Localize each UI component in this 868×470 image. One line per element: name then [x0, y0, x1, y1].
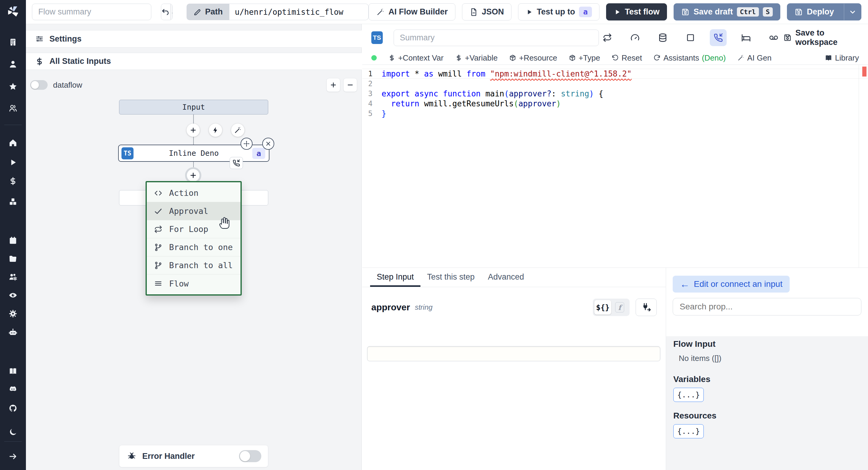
- sidebar-item-arrow-right-icon[interactable]: [0, 450, 26, 463]
- sidebar-item-book-icon[interactable]: [0, 365, 26, 378]
- sidebar-item-home-icon[interactable]: [0, 136, 26, 150]
- sidebar-item-users-cog-icon[interactable]: [0, 270, 26, 283]
- variables-object-chip[interactable]: {...}: [673, 388, 704, 402]
- sidebar-item-dollar-icon[interactable]: [0, 175, 26, 188]
- dataflow-label: dataflow: [53, 81, 82, 90]
- editor-header: TS Save to workspace: [362, 24, 868, 51]
- toolbar-assistants-button[interactable]: Assistants(Deno): [653, 53, 726, 63]
- sidebar-item-discord-icon[interactable]: [0, 383, 26, 396]
- save-draft-label: Save draft: [693, 7, 733, 17]
- save-draft-button[interactable]: Save draft Ctrl S: [674, 3, 780, 21]
- line-number: 4: [362, 99, 381, 108]
- toolbar--resource-button[interactable]: +Resource: [509, 53, 557, 63]
- tab-step-input[interactable]: Step Input: [370, 268, 421, 287]
- all-static-inputs-row[interactable]: All Static Inputs: [26, 53, 362, 70]
- edit-or-connect-button[interactable]: ← Edit or connect an input: [673, 276, 789, 292]
- menu-item-branch-to-all[interactable]: Branch to all: [147, 256, 241, 275]
- menu-item-approval[interactable]: Approval: [147, 202, 241, 220]
- redo-button[interactable]: [170, 4, 173, 20]
- connect-input-button[interactable]: [636, 299, 657, 316]
- code-text: export async function main(approver?: st…: [381, 89, 603, 98]
- ai-suggest-button[interactable]: [231, 124, 244, 137]
- deploy-more-button[interactable]: [844, 4, 861, 20]
- code-line-2: 2: [362, 79, 868, 89]
- step-editor-panel: TS Save to workspace +Context Var+Variab…: [362, 24, 868, 470]
- deploy-button[interactable]: Deploy: [787, 4, 840, 20]
- delete-step-button[interactable]: [262, 138, 274, 150]
- step-setting-voicemail-icon[interactable]: [765, 29, 782, 46]
- search-prop-input[interactable]: [673, 298, 861, 315]
- plus-icon: [189, 171, 197, 180]
- save-to-workspace-label: Save to workspace: [795, 28, 860, 47]
- resources-object-chip[interactable]: {...}: [673, 424, 704, 438]
- menu-item-flow[interactable]: Flow: [147, 275, 241, 292]
- sidebar-item-moon-icon[interactable]: [0, 426, 26, 439]
- path-value[interactable]: u/henri/optimistic_flow: [229, 4, 369, 20]
- step-summary-input[interactable]: [394, 30, 599, 46]
- insert-step-button[interactable]: [187, 124, 200, 137]
- path-edit-button[interactable]: Path: [187, 4, 230, 20]
- sidebar-item-building-icon[interactable]: [0, 36, 26, 49]
- step-setting-bed-icon[interactable]: [738, 29, 754, 46]
- error-handler-toggle[interactable]: [239, 450, 261, 462]
- step-setting-square-icon[interactable]: [682, 29, 699, 46]
- sidebar-item-github-icon[interactable]: [0, 402, 26, 415]
- app-root: Path u/henri/optimistic_flow AI Flow Bui…: [0, 0, 868, 470]
- line-number: 2: [362, 80, 381, 88]
- save-icon: [795, 8, 803, 16]
- toolbar--context-var-button[interactable]: +Context Var: [388, 53, 444, 63]
- topbar: Path u/henri/optimistic_flow AI Flow Bui…: [26, 0, 868, 24]
- test-flow-button[interactable]: Test flow: [606, 3, 667, 21]
- ai-flow-builder-button[interactable]: AI Flow Builder: [369, 3, 456, 21]
- step-setting-repeat-icon[interactable]: [599, 29, 616, 46]
- toolbar--type-button[interactable]: +Type: [569, 53, 600, 63]
- toolbar-ai-gen-button[interactable]: AI Gen: [737, 53, 772, 63]
- step-setting-phone-in-icon[interactable]: [710, 29, 727, 46]
- javascript-mode-button[interactable]: f: [611, 300, 628, 315]
- sidebar-item-boxes-icon[interactable]: [0, 195, 26, 208]
- resources-title: Resources: [673, 411, 861, 420]
- bug-icon: [127, 451, 136, 461]
- dataflow-toggle[interactable]: [30, 80, 48, 90]
- json-button[interactable]: JSON: [462, 3, 512, 21]
- menu-item-action[interactable]: Action: [147, 184, 241, 202]
- arg-value-input[interactable]: [367, 346, 660, 361]
- template-mode-button[interactable]: ${}: [594, 300, 611, 315]
- undo-button[interactable]: [161, 4, 170, 20]
- sidebar-item-users-icon[interactable]: [0, 101, 26, 115]
- windmill-logo[interactable]: [0, 0, 26, 24]
- step-setting-gauge-icon[interactable]: [627, 29, 644, 46]
- test-up-to-button[interactable]: Test up to a: [518, 3, 599, 21]
- toolbar-reset-button[interactable]: Reset: [612, 53, 642, 63]
- flow-input-node[interactable]: Input: [119, 100, 268, 115]
- sidebar-item-bot-icon[interactable]: [0, 326, 26, 339]
- code-line-5: 5}: [362, 108, 868, 118]
- settings-row[interactable]: Settings: [26, 30, 362, 48]
- sidebar-item-play-icon[interactable]: [0, 156, 26, 169]
- trigger-button[interactable]: [209, 124, 222, 137]
- package-icon: [569, 54, 576, 61]
- sidebar-item-user-icon[interactable]: [0, 58, 26, 71]
- code-editor[interactable]: 1import * as wmill from "npm:windmill-cl…: [362, 65, 868, 268]
- tab-advanced[interactable]: Advanced: [481, 268, 531, 287]
- sidebar-item-eye-icon[interactable]: [0, 289, 26, 302]
- menu-item-branch-to-one[interactable]: Branch to one: [147, 238, 241, 256]
- sidebar-item-gear-icon[interactable]: [0, 307, 26, 320]
- zoom-out-button[interactable]: [343, 78, 357, 92]
- sidebar-item-folder-icon[interactable]: [0, 252, 26, 265]
- toolbar--variable-button[interactable]: +Variable: [455, 53, 498, 63]
- zoom-in-button[interactable]: [327, 78, 340, 92]
- step-setting-database-icon[interactable]: [654, 29, 671, 46]
- menu-item-for-loop[interactable]: For Loop: [147, 220, 241, 238]
- menu-item-label: Branch to all: [169, 261, 233, 270]
- flow-summary-input[interactable]: [32, 4, 151, 20]
- move-step-handle[interactable]: [241, 138, 253, 150]
- sidebar-item-star-icon[interactable]: [0, 80, 26, 93]
- error-handler-node[interactable]: Error Handler: [119, 445, 268, 467]
- connect-props-panel: ← Edit or connect an input Flow Input No…: [666, 268, 868, 470]
- library-button[interactable]: Library: [825, 53, 859, 63]
- all-static-inputs-label: All Static Inputs: [50, 57, 111, 66]
- tab-test-this-step[interactable]: Test this step: [421, 268, 481, 287]
- sidebar-item-calendar-icon[interactable]: [0, 234, 26, 247]
- save-to-workspace-button[interactable]: Save to workspace: [783, 28, 860, 47]
